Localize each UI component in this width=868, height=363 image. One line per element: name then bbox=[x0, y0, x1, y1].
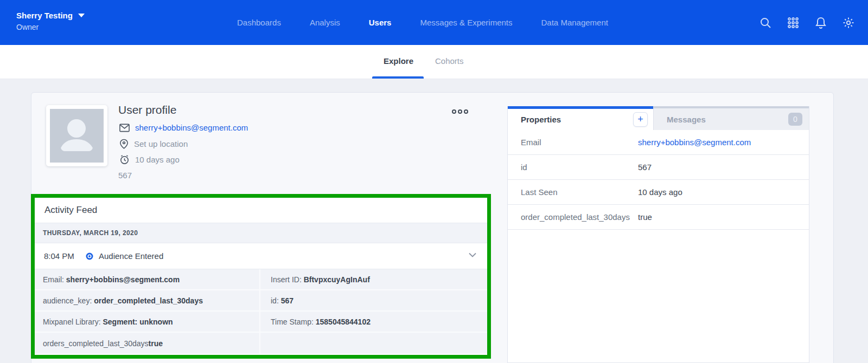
property-value: true bbox=[638, 212, 652, 222]
tab-messages[interactable]: Messages 0 bbox=[653, 106, 809, 130]
event-details-table: Email: sherry+bobbins@segment.com Insert… bbox=[35, 269, 487, 354]
search-icon[interactable] bbox=[759, 16, 772, 29]
detail-value: 1585045844102 bbox=[316, 317, 371, 326]
active-tab-indicator bbox=[372, 76, 424, 79]
property-key: order_completed_last_30days bbox=[521, 212, 638, 222]
property-row: id 567 bbox=[508, 155, 809, 180]
tab-cohorts[interactable]: Cohorts bbox=[435, 56, 464, 66]
profile-lastseen: 10 days ago bbox=[135, 155, 180, 164]
activity-date-header: THURSDAY, MARCH 19, 2020 bbox=[35, 223, 487, 243]
alarm-clock-icon bbox=[119, 154, 130, 165]
event-time: 8:04 PM bbox=[44, 251, 86, 261]
detail-label: Mixpanel Library: bbox=[43, 317, 103, 326]
property-value: 10 days ago bbox=[638, 187, 682, 197]
detail-cell: Insert ID: BftvpxcuyAgInAuf bbox=[260, 269, 487, 290]
tab-explore[interactable]: Explore bbox=[384, 56, 413, 66]
more-options-icon[interactable] bbox=[452, 109, 468, 114]
chevron-down-icon bbox=[78, 14, 85, 17]
detail-cell: Time Stamp: 1585045844102 bbox=[260, 312, 487, 333]
nav-item-messages-experiments[interactable]: Messages & Experiments bbox=[420, 18, 512, 27]
activity-feed-highlight-box: Activity Feed THURSDAY, MARCH 19, 2020 8… bbox=[31, 194, 491, 359]
tab-messages-label: Messages bbox=[667, 115, 706, 124]
messages-count-badge: 0 bbox=[788, 113, 802, 126]
detail-cell: id: 567 bbox=[260, 290, 487, 312]
topbar-icons bbox=[759, 0, 855, 45]
property-key: Last Seen bbox=[521, 187, 638, 197]
tab-properties-label: Properties bbox=[521, 115, 561, 124]
detail-label: audience_key: bbox=[43, 296, 94, 305]
project-switcher[interactable]: Sherry Testing bbox=[16, 11, 85, 20]
property-value-email[interactable]: sherry+bobbins@segment.com bbox=[638, 138, 751, 147]
profile-email-row: sherry+bobbins@segment.com bbox=[119, 123, 248, 132]
detail-value: order_completed_last_30days bbox=[94, 296, 203, 305]
properties-panel: Properties + Messages 0 Email sherry+bob… bbox=[507, 106, 809, 363]
detail-label: Insert ID: bbox=[271, 275, 304, 284]
detail-cell: Email: sherry+bobbins@segment.com bbox=[35, 269, 260, 290]
detail-label: Time Stamp: bbox=[271, 317, 316, 326]
detail-cell: audience_key: order_completed_last_30day… bbox=[35, 290, 260, 312]
user-role-label: Owner bbox=[16, 23, 39, 31]
nav-item-data-management[interactable]: Data Management bbox=[541, 18, 608, 27]
tab-properties[interactable]: Properties + bbox=[508, 106, 653, 130]
profile-id: 567 bbox=[118, 171, 132, 180]
detail-value: Segment: unknown bbox=[103, 317, 173, 326]
detail-value: 567 bbox=[281, 296, 293, 305]
project-name: Sherry Testing bbox=[16, 11, 73, 20]
nav-item-users[interactable]: Users bbox=[369, 18, 392, 27]
detail-label: id: bbox=[271, 296, 281, 305]
audience-entered-icon bbox=[86, 252, 93, 260]
notifications-bell-icon[interactable] bbox=[814, 16, 827, 29]
main-nav: Dashboards Analysis Users Messages & Exp… bbox=[237, 0, 608, 45]
activity-event-row[interactable]: 8:04 PM Audience Entered bbox=[35, 243, 487, 269]
detail-label: Email: bbox=[43, 275, 66, 284]
detail-cell bbox=[260, 333, 487, 354]
profile-lastseen-row: 10 days ago bbox=[119, 154, 180, 165]
detail-cell: orders_completed_last_30daystrue bbox=[35, 333, 260, 354]
detail-value: BftvpxcuyAgInAuf bbox=[304, 275, 370, 284]
nav-item-analysis[interactable]: Analysis bbox=[310, 18, 340, 27]
detail-value: true bbox=[149, 339, 163, 348]
event-name: Audience Entered bbox=[99, 251, 163, 261]
property-key: Email bbox=[521, 138, 638, 147]
property-row: Email sherry+bobbins@segment.com bbox=[508, 130, 809, 155]
apps-grid-icon[interactable] bbox=[787, 16, 800, 29]
profile-email[interactable]: sherry+bobbins@segment.com bbox=[135, 123, 248, 132]
top-navigation-bar: Sherry Testing Owner Dashboards Analysis… bbox=[0, 0, 868, 45]
detail-value: sherry+bobbins@segment.com bbox=[66, 275, 180, 284]
activity-feed-title: Activity Feed bbox=[35, 198, 487, 223]
avatar bbox=[46, 105, 107, 166]
location-pin-icon bbox=[119, 139, 129, 149]
nav-item-dashboards[interactable]: Dashboards bbox=[237, 18, 281, 27]
property-row: Last Seen 10 days ago bbox=[508, 180, 809, 205]
add-property-button[interactable]: + bbox=[633, 112, 648, 127]
envelope-icon bbox=[119, 124, 130, 132]
property-row: order_completed_last_30days true bbox=[508, 205, 809, 230]
detail-cell: Mixpanel Library: Segment: unknown bbox=[35, 312, 260, 333]
profile-location[interactable]: Set up location bbox=[134, 139, 188, 148]
detail-label: orders_completed_last_30days bbox=[43, 339, 149, 348]
chevron-down-icon[interactable] bbox=[469, 252, 476, 257]
page-tab-strip: Explore Cohorts bbox=[0, 45, 868, 79]
property-key: id bbox=[521, 163, 638, 172]
profile-location-row: Set up location bbox=[119, 139, 188, 149]
settings-gear-icon[interactable] bbox=[842, 16, 855, 29]
property-value: 567 bbox=[638, 163, 652, 172]
panel-tabs: Properties + Messages 0 bbox=[508, 106, 809, 130]
profile-title: User profile bbox=[118, 103, 176, 116]
